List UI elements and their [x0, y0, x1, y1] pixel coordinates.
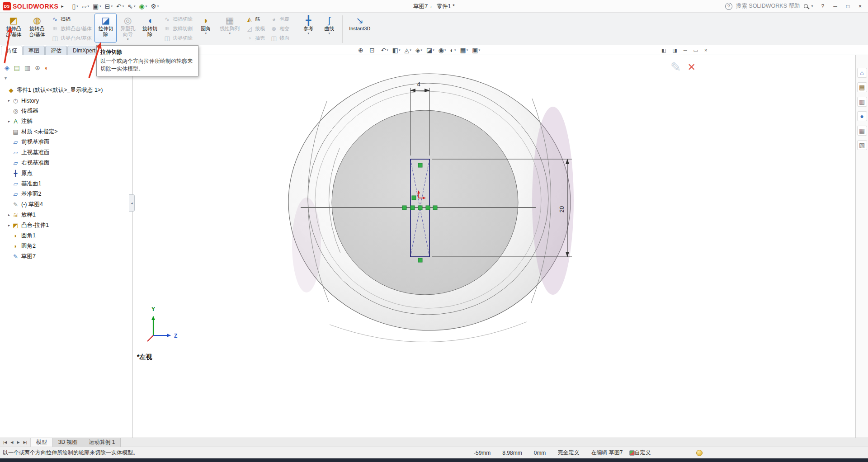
open-icon[interactable]: ▱ ▾	[80, 2, 90, 11]
display-style-icon[interactable]: ◪ ▾	[425, 47, 436, 54]
confirm-sketch-icon[interactable]: ✎	[670, 60, 681, 75]
dropdown-caret-icon[interactable]: ▾	[99, 5, 101, 8]
doc-restore-icon[interactable]: ▭	[691, 47, 700, 53]
dimension-width-value[interactable]: 4	[417, 81, 420, 88]
dropdown-caret-icon[interactable]: ▾	[146, 5, 147, 8]
annotation-view-icon[interactable]: ◬ ▾	[403, 47, 413, 54]
dropdown-caret-icon[interactable]: ▾	[76, 5, 78, 8]
doc-minimize-icon[interactable]: ─	[681, 47, 689, 53]
dropdown-caret-icon[interactable]: ▾	[328, 32, 330, 35]
dropdown-caret-icon[interactable]: ▾	[433, 48, 434, 52]
dropdown-caret-icon[interactable]: ▾	[88, 5, 90, 8]
help-circle-icon[interactable]: ?	[725, 3, 732, 10]
boundary-boss-button[interactable]: ◫边界凸台/基体	[49, 33, 94, 43]
view-orientation-icon[interactable]: ◈ ▾	[414, 47, 424, 54]
tree-item[interactable]: ▸ ▱ 基准面2	[0, 189, 132, 199]
rebuild-icon[interactable]: ◉ ▾	[138, 2, 149, 11]
graphics-viewport[interactable]: 4 20	[132, 55, 855, 438]
tree-item[interactable]: ▸ A 注解	[0, 116, 132, 127]
zoom-area-icon[interactable]: ⊡ ▾	[368, 47, 378, 54]
file-explorer-icon[interactable]: ▥	[857, 97, 867, 107]
dropdown-caret-icon[interactable]: ▾	[307, 32, 309, 35]
document-tab[interactable]: 3D 视图	[53, 438, 84, 447]
expand-arrow-icon[interactable]: ▸	[6, 119, 12, 123]
dropdown-caret-icon[interactable]: ▾	[479, 48, 481, 52]
document-tab[interactable]: 模型	[31, 438, 53, 447]
custom-properties-icon[interactable]: ▦	[857, 126, 867, 136]
panes-icon[interactable]: ▧	[857, 140, 867, 150]
minimize-icon[interactable]: ─	[829, 2, 842, 10]
search-input[interactable]: 搜索 SOLIDWORKS 帮助	[736, 2, 800, 10]
tree-item[interactable]: ▸ ╋ 原点	[0, 168, 132, 179]
instant3d-button[interactable]: ↘Instant3D	[345, 14, 374, 37]
document-tab[interactable]: 运动算例 1	[83, 438, 121, 447]
apply-scene-icon[interactable]: ▦ ▾	[458, 47, 470, 54]
next-tab-icon[interactable]: ▶	[15, 440, 21, 444]
hide-show-items-icon[interactable]: ◉ ▾	[437, 47, 448, 54]
select-icon[interactable]: ⇖ ▾	[126, 2, 137, 11]
linear-pattern-button[interactable]: ▦线性阵列▾	[216, 14, 243, 37]
dropdown-caret-icon[interactable]: ▾	[387, 48, 388, 52]
search-icon[interactable]	[804, 4, 808, 8]
revolved-boss-button[interactable]: ◍旋转凸台/基体	[25, 14, 49, 42]
tree-item[interactable]: ▸ ✎ (-) 草图4	[0, 199, 132, 210]
dropdown-caret-icon[interactable]: ▾	[454, 48, 456, 52]
dropdown-caret-icon[interactable]: ▾	[134, 5, 136, 8]
ribbon-tab[interactable]: 特征	[1, 46, 23, 55]
swept-boss-button[interactable]: ∿扫描	[49, 14, 94, 24]
lofted-cut-button[interactable]: ≋放样切割	[161, 24, 195, 33]
hole-wizard-button[interactable]: ◎异型孔向导▾	[117, 14, 139, 42]
cancel-sketch-icon[interactable]: ✕	[687, 61, 695, 73]
display-manager-tab-icon[interactable]: ◐	[45, 64, 48, 71]
tree-item[interactable]: ▸ ▱ 上视基准面	[0, 147, 132, 158]
panel-collapse-handle[interactable]: ◂	[129, 194, 135, 212]
view-settings-icon[interactable]: ▣ ▾	[470, 47, 482, 54]
tree-item[interactable]: ▸ ✎ 草图7	[0, 251, 132, 262]
pane-left-icon[interactable]: ◧	[659, 47, 668, 53]
tree-item[interactable]: ▸ ▱ 右视基准面	[0, 158, 132, 168]
tree-item[interactable]: ▸ ▤ 材质 <未指定>	[0, 127, 132, 137]
reference-geometry-button[interactable]: ╋参考▾	[298, 14, 319, 37]
extruded-boss-button[interactable]: ◩拉伸凸台/基体	[2, 14, 25, 42]
tree-item[interactable]: ▸ ▱ 基准面1	[0, 179, 132, 189]
boundary-cut-button[interactable]: ◫边界切除	[161, 33, 195, 43]
first-tab-icon[interactable]: |◀	[2, 440, 8, 444]
wrap-button[interactable]: ◕包覆	[268, 14, 292, 24]
appearances-icon[interactable]: ●	[857, 111, 867, 121]
doc-close-icon[interactable]: ×	[702, 47, 709, 53]
ribbon-tab[interactable]: DimXpert	[67, 46, 101, 55]
prev-tab-icon[interactable]: ◀	[9, 440, 14, 444]
design-library-icon[interactable]: ▤	[857, 82, 867, 92]
tree-item[interactable]: ▸ ◆ 零件1 (默认<<默认>_显示状态 1>)	[0, 85, 132, 95]
dimxpert-manager-tab-icon[interactable]: ⊕	[35, 64, 40, 71]
dropdown-caret-icon[interactable]: ▾	[421, 48, 423, 52]
new-document-icon[interactable]: ▯ ▾	[71, 2, 79, 11]
dropdown-caret-icon[interactable]: ▾	[229, 32, 231, 35]
tree-item[interactable]: ▸ ◩ 凸台-拉伸1	[0, 220, 132, 231]
property-manager-tab-icon[interactable]: ▤	[14, 64, 20, 71]
close-icon[interactable]: ×	[854, 2, 866, 10]
expand-arrow-icon[interactable]: ▸	[6, 213, 12, 217]
section-view-icon[interactable]: ◧ ▾	[391, 47, 402, 54]
dropdown-caret-icon[interactable]: ▾	[410, 48, 411, 52]
revolved-cut-button[interactable]: ◖旋转切除	[139, 14, 161, 42]
options-icon[interactable]: ⚙ ▾	[149, 2, 160, 11]
tree-item[interactable]: ▸ ≋ 放样1	[0, 210, 132, 220]
ribbon-tab[interactable]: 评估	[45, 46, 67, 55]
quick-tip-icon[interactable]	[696, 450, 703, 456]
save-icon[interactable]: ▣ ▾	[91, 2, 103, 11]
shell-button[interactable]: ◔抽壳	[243, 33, 268, 43]
pane-right-icon[interactable]: ◨	[670, 47, 679, 53]
edit-appearance-icon[interactable]: ◐ ▾	[448, 47, 458, 54]
intersect-button[interactable]: ⊗相交	[268, 24, 292, 33]
home-icon[interactable]: ⌂	[857, 68, 867, 78]
tree-item[interactable]: ▸ ◎ 传感器	[0, 106, 132, 116]
previous-view-icon[interactable]: ↶ ▾	[379, 47, 390, 54]
dropdown-caret-icon[interactable]: ▾	[157, 5, 159, 8]
expand-arrow-icon[interactable]: ▸	[6, 99, 12, 103]
dropdown-caret-icon[interactable]: ▾	[205, 32, 207, 35]
draft-button[interactable]: ◿拔模	[243, 24, 268, 33]
curves-button[interactable]: ∫曲线▾	[319, 14, 340, 37]
maximize-icon[interactable]: □	[842, 2, 854, 10]
lofted-boss-button[interactable]: ≋放样凸台/基体	[49, 24, 94, 33]
